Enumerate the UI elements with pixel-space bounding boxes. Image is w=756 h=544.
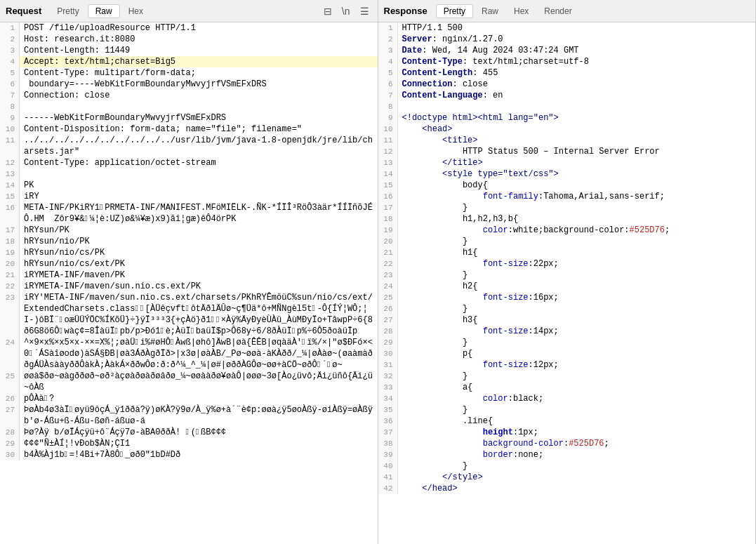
line-content: font-family:Tahoma,Arial,sans-serif;	[398, 191, 756, 202]
line-number: 18	[0, 236, 20, 247]
line-number: 3	[0, 45, 20, 56]
table-row: 23 }	[378, 270, 756, 281]
line-number: 7	[0, 90, 20, 101]
line-number: 6	[0, 79, 20, 90]
line-number: 2	[0, 34, 20, 45]
line-content: hRYsun/nio/cs/PK	[20, 247, 378, 258]
table-row: 4Accept: text/html;charset=Big5	[0, 56, 378, 67]
line-number: 39	[378, 449, 398, 460]
line-content: ^×9×x%×x5×x-××=X%¦;øàÜ i%#øHÔ Àwß|øhô]Äw…	[20, 337, 378, 371]
line-content: body{	[398, 180, 756, 191]
line-content: font-size:22px;	[398, 258, 756, 270]
request-tab-group: Pretty Raw Hex	[50, 4, 150, 18]
table-row: 31 font-size:12px;	[378, 359, 756, 371]
table-row: 18hRYsun/nio/PK	[0, 236, 378, 247]
line-number: 26	[0, 393, 20, 404]
table-row: 41 </style>	[378, 472, 756, 483]
line-content: }	[398, 202, 756, 213]
line-number: 11	[0, 135, 20, 157]
line-content: background-color:#525D76;	[398, 438, 756, 449]
line-content: h2{	[398, 281, 756, 292]
table-row: 8	[0, 101, 378, 112]
response-tab-pretty[interactable]: Pretty	[436, 4, 473, 18]
response-tab-render[interactable]: Render	[537, 5, 578, 18]
table-row: 15iRY	[0, 191, 378, 202]
wrap-icon[interactable]: ⊟	[321, 4, 335, 18]
response-tab-raw[interactable]: Raw	[475, 5, 505, 18]
line-content: hRYsun/nio/cs/ext/PK	[20, 258, 378, 270]
line-content: Content-Length: 11449	[20, 45, 378, 56]
table-row: 7Content-Language: en	[378, 90, 756, 101]
table-row: 19hRYsun/nio/cs/PK	[0, 247, 378, 258]
line-content: Server: nginx/1.27.0	[398, 34, 756, 45]
line-number: 16	[0, 202, 20, 225]
line-content: }	[398, 270, 756, 281]
request-tab-hex[interactable]: Hex	[121, 5, 150, 18]
table-row: 15 body{	[378, 180, 756, 191]
newline-icon[interactable]: \n	[339, 4, 353, 18]
table-row: 11../../../../../../../../../../usr/lib/…	[0, 135, 378, 157]
line-number: 27	[0, 404, 20, 427]
table-row: 28 font-size:14px;	[378, 326, 756, 337]
table-row: 5Content-Length: 455	[378, 67, 756, 79]
table-row: 16META-INF/PKiRY1 PRMETA-INF/MANIFEST.MF…	[0, 202, 378, 225]
line-content: Connection: close	[398, 79, 756, 90]
line-content: <head>	[398, 124, 756, 135]
line-content: </style>	[398, 472, 756, 483]
line-content: Content-Language: en	[398, 90, 756, 101]
response-tab-hex[interactable]: Hex	[507, 5, 536, 18]
line-content: }	[398, 303, 756, 314]
line-content: Content-Length: 455	[398, 67, 756, 79]
line-number: 17	[378, 202, 398, 213]
table-row: 27 h3{	[378, 314, 756, 326]
line-content: h3{	[398, 314, 756, 326]
line-content: Content-Disposition: form-data; name="fi…	[20, 124, 378, 135]
table-row: 3Content-Length: 11449	[0, 45, 378, 56]
line-number: 18	[378, 213, 398, 225]
line-content: font-size:16px;	[398, 292, 756, 303]
line-content: }	[398, 460, 756, 472]
table-row: 13	[0, 168, 378, 180]
line-content: <!doctype html><html lang="en">	[398, 112, 756, 124]
line-number: 31	[378, 359, 398, 371]
response-title: Response	[384, 6, 427, 16]
table-row: 42 </head>	[378, 483, 756, 494]
table-row: 1HTTP/1.1 500	[378, 22, 756, 34]
line-content: h1,h2,h3,b{	[398, 213, 756, 225]
line-number: 34	[378, 393, 398, 404]
line-content: }	[398, 371, 756, 382]
line-content: Accept: text/html;charset=Big5	[20, 56, 378, 67]
line-number: 14	[378, 168, 398, 180]
line-content: </title>	[398, 157, 756, 168]
table-row: 9<!doctype html><html lang="en">	[378, 112, 756, 124]
table-row: 14PK	[0, 180, 378, 191]
line-number: 25	[0, 371, 20, 393]
line-content: h1{	[398, 247, 756, 258]
line-number: 38	[378, 438, 398, 449]
line-content: Þø?Àÿ b/øÏÁçÿü+ô¨Áçÿ7ø-àBA0ððÀ!  ( ßB¢¢¢	[20, 427, 378, 438]
line-content: META-INF/PKiRY1 PRMETA-INF/MANIFEST.MFöM…	[20, 202, 378, 225]
table-row: 40 }	[378, 460, 756, 472]
line-content: Content-Type: text/html;charset=utf-8	[398, 56, 756, 67]
line-number: 12	[378, 146, 398, 157]
menu-icon[interactable]: ☰	[357, 4, 372, 18]
table-row: 4Content-Type: text/html;charset=utf-8	[378, 56, 756, 67]
table-row: 9------WebKitFormBoundaryMwvyjrfVSmEFxDR…	[0, 112, 378, 124]
table-row: 18 h1,h2,h3,b{	[378, 213, 756, 225]
line-number: 5	[378, 67, 398, 79]
line-number: 15	[378, 180, 398, 191]
table-row: 20hRYsun/nio/cs/ext/PK	[0, 258, 378, 270]
table-row: 7Connection: close	[0, 90, 378, 101]
response-tab-group: Pretty Raw Hex Render	[436, 4, 579, 18]
line-content: iRY'META-INF/maven/sun.nio.cs.ext/charse…	[20, 292, 378, 337]
table-row: 22 font-size:22px;	[378, 258, 756, 270]
request-tab-pretty[interactable]: Pretty	[50, 5, 86, 18]
line-content: border:none;	[398, 449, 756, 460]
request-tab-raw[interactable]: Raw	[88, 4, 120, 18]
request-code-area: 1POST /file/uploadResource HTTP/1.12Host…	[0, 22, 378, 544]
table-row: 30b4À%Àj1b =!4Bi+7À8Ô _øð0"1bD#Dð	[0, 449, 378, 460]
line-number: 1	[378, 22, 398, 34]
line-content: a{	[398, 382, 756, 393]
line-content: iRYMETA-INF/maven/PK	[20, 270, 378, 281]
table-row: 27ÞøÀb4ø3àÏ øyü9ôçÁ_ÿ1ððà?ÿ)øKÀ?ÿ9ø/À_ÿ%…	[0, 404, 378, 427]
